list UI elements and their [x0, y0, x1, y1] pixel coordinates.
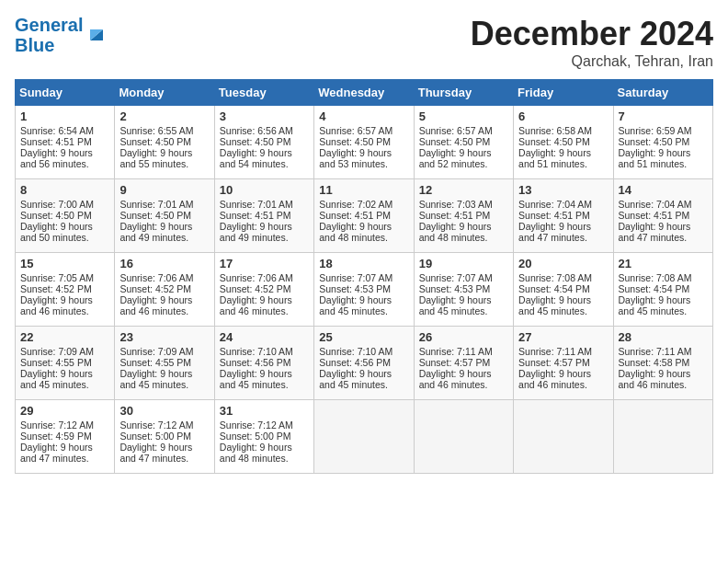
sunrise: Sunrise: 7:07 AM	[319, 272, 392, 283]
logo-text: GeneralBlue	[15, 15, 83, 55]
calendar-cell: 7Sunrise: 6:59 AMSunset: 4:50 PMDaylight…	[613, 106, 712, 179]
calendar-cell: 6Sunrise: 6:58 AMSunset: 4:50 PMDaylight…	[514, 106, 613, 179]
col-header-saturday: Saturday	[613, 80, 712, 106]
daylight: Daylight: 9 hours and 46 minutes.	[518, 368, 591, 390]
day-number: 3	[220, 109, 309, 123]
sunrise: Sunrise: 6:55 AM	[119, 125, 193, 136]
header-row: SundayMondayTuesdayWednesdayThursdayFrid…	[16, 80, 713, 106]
sunset: Sunset: 4:51 PM	[518, 210, 590, 221]
month-title: December 2024	[471, 15, 713, 53]
sunrise: Sunrise: 7:05 AM	[20, 272, 94, 283]
sunrise: Sunrise: 7:11 AM	[518, 346, 592, 357]
sunrise: Sunrise: 7:04 AM	[518, 199, 592, 210]
sunset: Sunset: 4:59 PM	[20, 431, 92, 442]
sunset: Sunset: 4:57 PM	[419, 357, 491, 368]
calendar-cell: 11Sunrise: 7:02 AMSunset: 4:51 PMDayligh…	[314, 179, 414, 253]
day-number: 16	[119, 257, 209, 270]
sunset: Sunset: 5:00 PM	[220, 431, 291, 442]
sunrise: Sunrise: 7:09 AM	[20, 346, 94, 357]
daylight: Daylight: 9 hours and 45 minutes.	[20, 368, 93, 390]
day-number: 7	[619, 109, 708, 123]
col-header-friday: Friday	[514, 80, 613, 106]
calendar-cell: 14Sunrise: 7:04 AMSunset: 4:51 PMDayligh…	[613, 179, 712, 253]
daylight: Daylight: 9 hours and 52 minutes.	[419, 147, 492, 169]
sunset: Sunset: 4:50 PM	[518, 136, 590, 147]
calendar-cell	[414, 400, 513, 474]
col-header-tuesday: Tuesday	[214, 80, 313, 106]
sunrise: Sunrise: 7:06 AM	[220, 272, 293, 283]
sunrise: Sunrise: 7:03 AM	[419, 199, 493, 210]
daylight: Daylight: 9 hours and 45 minutes.	[220, 368, 292, 390]
calendar-cell: 25Sunrise: 7:10 AMSunset: 4:56 PMDayligh…	[314, 327, 414, 400]
calendar-cell: 3Sunrise: 6:56 AMSunset: 4:50 PMDaylight…	[214, 106, 313, 179]
daylight: Daylight: 9 hours and 51 minutes.	[518, 147, 591, 169]
day-number: 27	[518, 330, 608, 344]
day-number: 6	[518, 109, 608, 123]
page-header: GeneralBlue December 2024 Qarchak, Tehra…	[15, 15, 713, 70]
daylight: Daylight: 9 hours and 51 minutes.	[619, 147, 691, 169]
day-number: 17	[220, 257, 309, 270]
day-number: 20	[518, 257, 608, 270]
calendar-row-4: 22Sunrise: 7:09 AMSunset: 4:55 PMDayligh…	[16, 327, 713, 400]
sunset: Sunset: 4:51 PM	[619, 210, 690, 221]
daylight: Daylight: 9 hours and 45 minutes.	[518, 294, 591, 316]
calendar-cell: 26Sunrise: 7:11 AMSunset: 4:57 PMDayligh…	[414, 327, 513, 400]
day-number: 23	[119, 330, 209, 344]
sunrise: Sunrise: 7:12 AM	[119, 419, 193, 431]
sunset: Sunset: 4:53 PM	[319, 283, 391, 294]
day-number: 11	[319, 183, 408, 197]
logo: GeneralBlue	[15, 15, 108, 55]
daylight: Daylight: 9 hours and 55 minutes.	[119, 147, 192, 169]
calendar-row-2: 8Sunrise: 7:00 AMSunset: 4:50 PMDaylight…	[16, 179, 713, 253]
sunset: Sunset: 4:56 PM	[319, 357, 391, 368]
day-number: 1	[20, 109, 109, 123]
daylight: Daylight: 9 hours and 56 minutes.	[20, 147, 93, 169]
col-header-thursday: Thursday	[414, 80, 513, 106]
day-number: 4	[319, 109, 408, 123]
calendar-cell	[613, 400, 712, 474]
sunrise: Sunrise: 6:57 AM	[419, 125, 493, 136]
sunrise: Sunrise: 7:04 AM	[619, 199, 692, 210]
sunset: Sunset: 4:51 PM	[319, 210, 391, 221]
daylight: Daylight: 9 hours and 45 minutes.	[619, 294, 691, 316]
sunrise: Sunrise: 7:01 AM	[220, 199, 293, 210]
calendar-row-1: 1Sunrise: 6:54 AMSunset: 4:51 PMDaylight…	[16, 106, 713, 179]
day-number: 18	[319, 257, 408, 270]
sunrise: Sunrise: 7:12 AM	[20, 419, 94, 431]
day-number: 15	[20, 257, 109, 270]
daylight: Daylight: 9 hours and 46 minutes.	[419, 368, 492, 390]
sunset: Sunset: 4:52 PM	[20, 283, 92, 294]
daylight: Daylight: 9 hours and 46 minutes.	[619, 368, 691, 390]
sunrise: Sunrise: 6:54 AM	[20, 125, 94, 136]
day-number: 24	[220, 330, 309, 344]
sunset: Sunset: 4:50 PM	[419, 136, 491, 147]
daylight: Daylight: 9 hours and 47 minutes.	[20, 442, 93, 464]
day-number: 19	[419, 257, 508, 270]
calendar-cell: 2Sunrise: 6:55 AMSunset: 4:50 PMDaylight…	[115, 106, 214, 179]
sunrise: Sunrise: 7:08 AM	[619, 272, 692, 283]
day-number: 9	[119, 183, 209, 197]
daylight: Daylight: 9 hours and 45 minutes.	[419, 294, 492, 316]
sunset: Sunset: 4:51 PM	[419, 210, 491, 221]
sunset: Sunset: 4:50 PM	[220, 136, 291, 147]
col-header-wednesday: Wednesday	[314, 80, 414, 106]
day-number: 25	[319, 330, 408, 344]
daylight: Daylight: 9 hours and 49 minutes.	[220, 221, 292, 243]
day-number: 8	[20, 183, 109, 197]
sunrise: Sunrise: 6:57 AM	[319, 125, 392, 136]
day-number: 13	[518, 183, 608, 197]
sunrise: Sunrise: 7:09 AM	[119, 346, 193, 357]
sunrise: Sunrise: 7:12 AM	[220, 419, 293, 431]
calendar-cell: 27Sunrise: 7:11 AMSunset: 4:57 PMDayligh…	[514, 327, 613, 400]
day-number: 12	[419, 183, 508, 197]
calendar-cell: 10Sunrise: 7:01 AMSunset: 4:51 PMDayligh…	[214, 179, 313, 253]
calendar-cell: 29Sunrise: 7:12 AMSunset: 4:59 PMDayligh…	[16, 400, 115, 474]
daylight: Daylight: 9 hours and 54 minutes.	[220, 147, 292, 169]
daylight: Daylight: 9 hours and 50 minutes.	[20, 221, 93, 243]
daylight: Daylight: 9 hours and 48 minutes.	[319, 221, 392, 243]
col-header-sunday: Sunday	[16, 80, 115, 106]
sunset: Sunset: 4:52 PM	[119, 283, 191, 294]
calendar-cell: 19Sunrise: 7:07 AMSunset: 4:53 PMDayligh…	[414, 253, 513, 327]
sunrise: Sunrise: 7:06 AM	[119, 272, 193, 283]
daylight: Daylight: 9 hours and 49 minutes.	[119, 221, 192, 243]
